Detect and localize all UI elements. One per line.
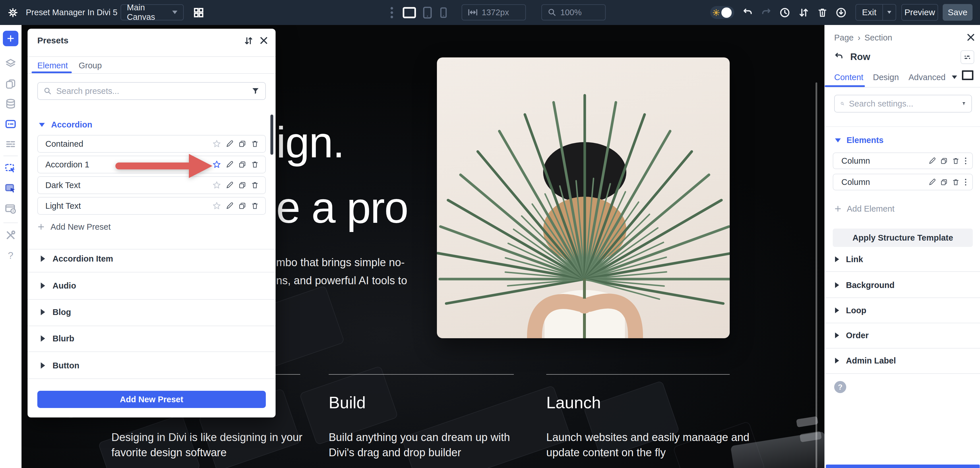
menu-dots-icon[interactable] [964,178,968,186]
sort-arrows-icon[interactable] [798,0,810,25]
light-dark-toggle[interactable] [710,6,734,19]
add-module-button[interactable] [3,31,18,46]
star-icon[interactable] [212,181,221,189]
tab-advanced[interactable]: Advanced [908,73,945,82]
canvas-zoom-field[interactable]: 100% [541,4,606,21]
star-icon[interactable] [212,202,221,210]
duplicate-icon[interactable] [238,140,246,148]
element-row-column-1[interactable]: Column [833,153,973,169]
desktop-view-icon[interactable] [402,0,416,25]
tab-element[interactable]: Element [37,61,68,70]
star-icon[interactable] [212,140,221,148]
undo-icon[interactable] [742,0,753,25]
layout-grid-icon[interactable] [193,0,204,25]
section-blurb[interactable]: Blurb [27,332,275,345]
menu-dots-icon[interactable] [964,157,968,165]
element-row-column-2[interactable]: Column [833,174,973,190]
apply-structure-template-button[interactable]: Apply Structure Template [833,229,973,247]
presets-scrollbar[interactable] [270,115,273,155]
close-presets-icon[interactable] [259,36,269,45]
settings-search-input[interactable] [848,99,958,109]
layers-icon[interactable] [4,57,17,70]
portability-icon[interactable] [835,0,847,25]
trash-icon[interactable] [251,140,259,148]
presets-panel-icon[interactable] [4,118,17,131]
tab-content[interactable]: Content [834,73,864,82]
interaction-frame-icon[interactable] [4,162,17,175]
filter-funnel-icon[interactable] [962,100,966,108]
preset-row-dark-text[interactable]: Dark Text [37,176,266,194]
pages-icon[interactable] [4,78,17,90]
preset-group-accordion[interactable]: Accordion [39,120,92,129]
browser-disc-icon[interactable] [4,202,17,215]
add-element-link[interactable]: Add Element [834,202,894,215]
preset-search-input[interactable] [56,86,247,96]
section-blog[interactable]: Blog [27,306,275,318]
section-admin-label[interactable]: Admin Label [825,354,980,367]
exit-dropdown-caret[interactable] [882,5,896,20]
duplicate-icon[interactable] [238,202,246,210]
canvas-scrollbar[interactable] [816,83,817,468]
help-badge[interactable]: ? [834,381,846,393]
trash-icon[interactable] [952,178,959,186]
section-audio[interactable]: Audio [27,279,275,292]
more-options-dots-icon[interactable] [390,0,394,25]
preset-row-light-text[interactable]: Light Text [37,197,266,215]
breadcrumb-page[interactable]: Page [834,33,854,43]
preset-row-accordion-1[interactable]: Accordion 1 [37,156,266,174]
edit-pencil-icon[interactable] [928,157,936,165]
add-new-preset-button[interactable]: Add New Preset [37,391,266,408]
canvas-width-field[interactable]: 1372px [461,4,526,21]
edit-pencil-icon[interactable] [226,202,234,210]
edit-pencil-icon[interactable] [226,140,234,148]
canvas-selector[interactable]: Main Canvas [121,4,184,21]
expand-panel-button[interactable] [961,50,974,64]
exit-button[interactable]: Exit [856,8,882,17]
bottom-action-bar[interactable] [826,465,980,468]
close-settings-icon[interactable] [966,32,976,42]
save-button[interactable]: Save [943,4,972,21]
section-link[interactable]: Link [825,253,980,266]
tools-icon[interactable] [4,229,17,242]
section-accordion-item[interactable]: Accordion Item [27,252,275,265]
elements-group-header[interactable]: Elements [835,135,883,145]
back-arrow-icon[interactable] [834,52,844,62]
section-button[interactable]: Button [27,359,275,372]
trash-icon[interactable] [251,202,259,210]
edit-pencil-icon[interactable] [928,178,936,186]
interaction-frame-filled-icon[interactable] [4,182,17,195]
trash-icon[interactable] [817,0,828,25]
duplicate-icon[interactable] [238,181,246,189]
preview-button[interactable]: Preview [901,4,938,21]
view-mode-square-icon[interactable] [962,70,974,80]
edit-pencil-icon[interactable] [226,181,234,189]
help-icon[interactable]: ? [4,249,17,261]
section-order[interactable]: Order [825,329,980,342]
duplicate-icon[interactable] [940,178,948,186]
structure-list-icon[interactable] [4,138,17,150]
duplicate-icon[interactable] [940,157,948,165]
section-label: Blurb [52,334,74,344]
trash-icon[interactable] [251,181,259,189]
preset-row-contained[interactable]: Contained [37,135,266,153]
redo-icon[interactable] [761,0,772,25]
tab-design[interactable]: Design [873,73,899,82]
filter-funnel-icon[interactable] [251,87,259,95]
section-background[interactable]: Background [825,279,980,291]
builder-settings-gear-icon[interactable] [8,0,18,25]
add-new-preset-link[interactable]: Add New Preset [37,221,111,233]
tabs-overflow-caret[interactable] [952,75,957,79]
star-icon-highlighted[interactable] [212,160,221,169]
history-clock-icon[interactable] [779,0,791,25]
tablet-view-icon[interactable] [423,0,432,25]
breadcrumb-section[interactable]: Section [864,33,892,43]
phone-view-icon[interactable] [440,0,447,25]
section-loop[interactable]: Loop [825,304,980,317]
sort-presets-icon[interactable] [243,36,254,46]
tab-group[interactable]: Group [79,61,102,70]
duplicate-icon[interactable] [238,161,246,169]
trash-icon[interactable] [952,157,959,165]
edit-pencil-icon[interactable] [226,161,234,169]
trash-icon[interactable] [251,161,259,169]
database-icon[interactable] [4,98,17,110]
